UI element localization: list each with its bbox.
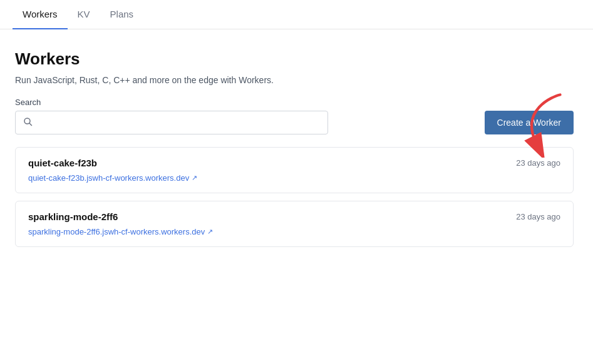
worker-list: quiet-cake-f23b 23 days ago quiet-cake-f…: [15, 147, 574, 247]
external-link-icon-2: ↗︎: [207, 228, 213, 236]
worker-time-2: 23 days ago: [516, 212, 560, 221]
page-title: Workers: [15, 49, 574, 69]
page-description: Run JavaScript, Rust, C, C++ and more on…: [15, 75, 574, 85]
worker-card-2[interactable]: sparkling-mode-2ff6 23 days ago sparklin…: [15, 201, 574, 247]
worker-url-2[interactable]: sparkling-mode-2ff6.jswh-cf-workers.work…: [28, 227, 560, 236]
create-worker-button[interactable]: Create a Worker: [485, 111, 574, 134]
worker-card-1-header: quiet-cake-f23b 23 days ago: [28, 158, 560, 168]
main-content: Workers Run JavaScript, Rust, C, C++ and…: [0, 29, 589, 270]
tab-plans[interactable]: Plans: [100, 0, 144, 29]
worker-name-2: sparkling-mode-2ff6: [28, 211, 118, 222]
tab-kv[interactable]: KV: [68, 0, 100, 29]
worker-name-1: quiet-cake-f23b: [28, 158, 97, 168]
nav-tabs: Workers KV Plans: [0, 0, 593, 29]
search-input[interactable]: [38, 118, 320, 128]
external-link-icon-1: ↗︎: [192, 174, 197, 182]
svg-line-1: [29, 123, 32, 126]
worker-card-2-header: sparkling-mode-2ff6 23 days ago: [28, 211, 560, 222]
search-icon: [23, 117, 33, 128]
worker-card-1[interactable]: quiet-cake-f23b 23 days ago quiet-cake-f…: [15, 147, 574, 193]
search-section: Search: [15, 98, 328, 134]
search-input-wrapper: [15, 111, 328, 134]
worker-url-1[interactable]: quiet-cake-f23b.jswh-cf-workers.workers.…: [28, 173, 560, 183]
worker-url-text-1: quiet-cake-f23b.jswh-cf-workers.workers.…: [28, 173, 189, 183]
worker-time-1: 23 days ago: [516, 158, 560, 168]
search-row: Search Create a Worker: [15, 98, 574, 134]
worker-url-text-2: sparkling-mode-2ff6.jswh-cf-workers.work…: [28, 227, 205, 236]
search-label: Search: [15, 98, 328, 107]
tab-workers[interactable]: Workers: [13, 0, 68, 29]
